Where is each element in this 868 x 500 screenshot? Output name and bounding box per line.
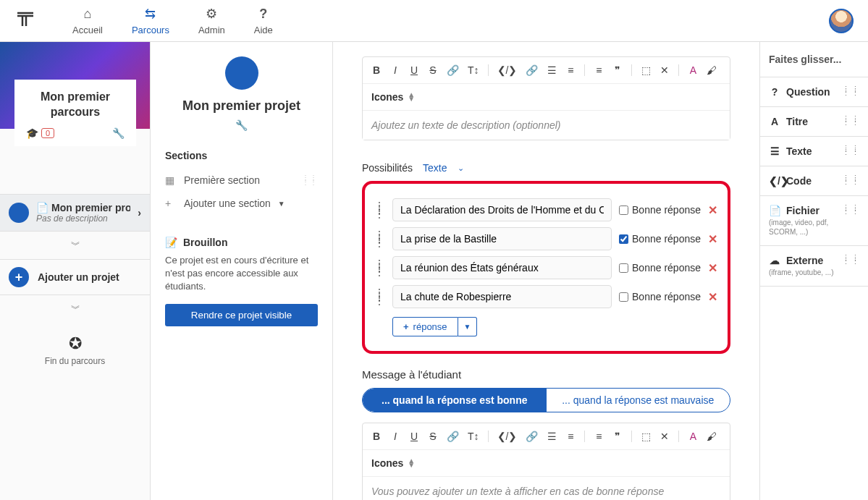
drag-handle-icon[interactable]: ⋮⋮⋮⋮ [842, 206, 861, 213]
feedback-textarea[interactable]: Vous pouvez ajouter un texte à afficher … [363, 476, 730, 500]
strike-icon[interactable]: S [428, 431, 438, 442]
parcours-title: Mon premier parcours [22, 90, 129, 120]
correct-checkbox[interactable]: Bonne réponse [619, 291, 701, 302]
chevron-down-icon[interactable]: ⌄ [458, 164, 464, 173]
nav-parcours[interactable]: ⇆ Parcours [117, 7, 184, 35]
quote-icon[interactable]: ❞ [612, 64, 623, 76]
tab-good-answer[interactable]: ... quand la réponse est bonne [363, 389, 547, 412]
add-project-button[interactable]: + Ajouter un projet [0, 259, 150, 295]
editor-area: B I U S 🔗 T↕ ❮/❯ 🔗 ☰ ≡ ≡ ❞ ⬚ ✕ A 🖌 [333, 42, 759, 500]
app-logo[interactable] [14, 9, 36, 30]
tab-bad-answer[interactable]: ... quand la réponse est mauvaise [547, 389, 730, 412]
italic-icon[interactable]: I [390, 64, 400, 76]
answer-input[interactable] [392, 198, 612, 221]
block-texte[interactable]: ☰Texte ⋮⋮⋮⋮ [760, 137, 868, 166]
link-icon[interactable]: 🔗 [447, 64, 459, 76]
indent-icon[interactable]: ⬚ [641, 64, 651, 76]
underline-icon[interactable]: U [409, 64, 419, 76]
align-icon[interactable]: ≡ [594, 431, 604, 442]
attach-icon[interactable]: 🔗 [526, 64, 538, 76]
answer-type-select[interactable]: Texte [423, 162, 447, 174]
textcolor-icon[interactable]: A [688, 431, 698, 442]
bold-icon[interactable]: B [371, 431, 382, 442]
underline-icon[interactable]: U [409, 431, 419, 442]
drag-handle-icon[interactable]: ⋮⋮⋮⋮ [842, 88, 861, 95]
drag-handle-icon[interactable]: ⋮⋮⋮⋮ [302, 176, 318, 185]
nav-aide[interactable]: ? Aide [240, 7, 287, 35]
list-ol-icon[interactable]: ≡ [565, 64, 576, 76]
clear-icon[interactable]: ✕ [660, 64, 670, 76]
link-icon[interactable]: 🔗 [447, 431, 459, 442]
correct-checkbox[interactable]: Bonne réponse [619, 262, 701, 274]
expand-down[interactable]: ︾ [0, 232, 150, 259]
strike-icon[interactable]: S [428, 64, 438, 76]
answer-input[interactable] [392, 227, 612, 250]
answer-input[interactable] [392, 285, 612, 308]
nav-admin[interactable]: ⚙ Admin [184, 7, 240, 35]
expand-down-2[interactable]: ︾ [0, 295, 150, 323]
list-ul-icon[interactable]: ☰ [547, 64, 557, 76]
delete-answer-icon[interactable]: ✕ [708, 232, 717, 246]
palette-title: Faites glisser... [760, 42, 868, 77]
attach-icon[interactable]: 🔗 [526, 431, 538, 442]
brush-icon[interactable]: 🖌 [707, 431, 717, 442]
project-item[interactable]: 📄Mon premier pro... Pas de description › [0, 194, 150, 232]
block-externe[interactable]: ☁Externe (iframe, youtube, ...) ⋮⋮⋮⋮ [760, 246, 868, 287]
italic-icon[interactable]: I [390, 431, 400, 442]
icons-dropdown[interactable]: Icones ▲▼ [363, 83, 730, 110]
add-answer-button[interactable]: + réponse [392, 317, 458, 336]
description-textarea[interactable]: Ajoutez un texte de description (optionn… [363, 110, 730, 140]
parcours-settings-icon[interactable]: 🔧 [112, 127, 125, 139]
drag-handle-icon[interactable]: ⋮⋮⋮ [375, 232, 385, 245]
block-code[interactable]: ❮/❯Code ⋮⋮⋮⋮ [760, 166, 868, 196]
indent-icon[interactable]: ⬚ [641, 431, 651, 442]
project-desc: Pas de description [36, 213, 130, 224]
description-editor: B I U S 🔗 T↕ ❮/❯ 🔗 ☰ ≡ ≡ ❞ ⬚ ✕ A 🖌 [362, 56, 730, 140]
user-avatar[interactable] [829, 9, 854, 33]
add-answer-caret[interactable]: ▼ [458, 317, 478, 336]
add-section-button[interactable]: + Ajouter une section ▼ [165, 192, 318, 215]
delete-answer-icon[interactable]: ✕ [708, 261, 717, 275]
list-ul-icon[interactable]: ☰ [547, 431, 557, 442]
drag-handle-icon[interactable]: ⋮⋮⋮⋮ [842, 256, 861, 263]
draft-text: Ce projet est en cours d'écriture et n'e… [165, 254, 318, 294]
drag-handle-icon[interactable]: ⋮⋮⋮⋮ [842, 177, 861, 184]
make-visible-button[interactable]: Rendre ce projet visible [165, 304, 318, 326]
draft-icon: 📝 [165, 237, 177, 248]
answer-input[interactable] [392, 256, 612, 279]
correct-checkbox[interactable]: Bonne réponse [619, 204, 701, 216]
codeblock-icon[interactable]: ❮/❯ [497, 431, 518, 442]
home-icon: ⌂ [84, 7, 92, 20]
section-item[interactable]: ▦ Première section ⋮⋮⋮⋮ [165, 169, 318, 192]
drag-handle-icon[interactable]: ⋮⋮⋮ [375, 290, 385, 303]
icons-dropdown[interactable]: Icones ▲▼ [363, 449, 730, 476]
clear-icon[interactable]: ✕ [660, 431, 670, 442]
nav-accueil[interactable]: ⌂ Accueil [58, 7, 117, 35]
block-titre[interactable]: ATitre ⋮⋮⋮⋮ [760, 107, 868, 137]
drag-handle-icon[interactable]: ⋮⋮⋮ [375, 261, 385, 274]
caret-down-icon: ▼ [278, 200, 285, 208]
project-settings-icon[interactable]: 🔧 [235, 119, 248, 131]
fontsize-icon[interactable]: T↕ [468, 431, 479, 442]
drag-handle-icon[interactable]: ⋮⋮⋮⋮ [842, 147, 861, 154]
fontsize-icon[interactable]: T↕ [468, 64, 479, 76]
drag-handle-icon[interactable]: ⋮⋮⋮⋮ [842, 117, 861, 124]
delete-answer-icon[interactable]: ✕ [708, 203, 717, 217]
fin-parcours[interactable]: ✪ Fin du parcours [0, 323, 150, 378]
delete-answer-icon[interactable]: ✕ [708, 290, 717, 304]
textcolor-icon[interactable]: A [688, 64, 698, 76]
align-icon[interactable]: ≡ [594, 64, 604, 76]
project-avatar [9, 203, 29, 223]
block-fichier[interactable]: 📄Fichier (image, video, pdf, SCORM, ...)… [760, 196, 868, 246]
list-ol-icon[interactable]: ≡ [565, 431, 576, 442]
file-icon: 📄 [769, 205, 780, 216]
quote-icon[interactable]: ❞ [612, 431, 623, 442]
codeblock-icon[interactable]: ❮/❯ [497, 64, 518, 76]
brush-icon[interactable]: 🖌 [707, 64, 717, 76]
correct-checkbox[interactable]: Bonne réponse [619, 233, 701, 245]
students-badge[interactable]: 🎓 0 [26, 127, 54, 139]
laurel-icon: ✪ [0, 334, 150, 353]
block-question[interactable]: ?Question ⋮⋮⋮⋮ [760, 77, 868, 107]
bold-icon[interactable]: B [371, 64, 382, 76]
drag-handle-icon[interactable]: ⋮⋮⋮ [375, 203, 385, 216]
